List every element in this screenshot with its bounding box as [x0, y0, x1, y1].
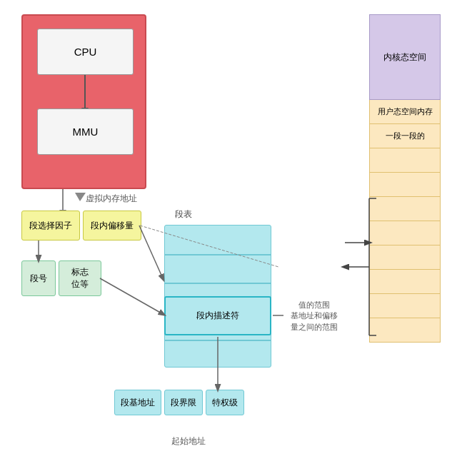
seg-selector-label: 段选择因子: [29, 220, 72, 232]
seg-descriptor-label: 段内描述符: [196, 310, 239, 322]
mem-cell-4: [369, 148, 441, 173]
range-label: 值的范围 基地址和偏移 量之间的范围: [286, 300, 343, 333]
seg-num-label: 段号: [30, 273, 47, 285]
arrow-selector-to-segtable: [139, 226, 163, 278]
seg-selector-box: 段选择因子: [21, 211, 80, 240]
mem-cell-10: [369, 294, 441, 318]
mem-kernel-label: 内核态空间: [383, 51, 426, 64]
mmu-box: MMU: [37, 108, 134, 155]
seg-flags-box: 标志 位等: [59, 260, 101, 296]
arrow-mmu-down: [62, 189, 64, 211]
seg-num-flags-row: 段号 标志 位等: [21, 260, 101, 296]
mem-kernel-block: 内核态空间: [369, 14, 441, 100]
mem-cell-6: [369, 197, 441, 221]
mmu-label: MMU: [73, 126, 99, 138]
seg-privilege-label: 特权级: [212, 397, 238, 409]
seg-flags-label: 标志 位等: [71, 266, 89, 290]
seg-base-box: 段基地址: [114, 390, 161, 415]
seg-num-box: 段号: [21, 260, 56, 296]
seg-privilege-box: 特权级: [206, 390, 244, 415]
memory-area: 内核态空间 用户态空间内存 一段一段的: [369, 14, 441, 343]
seg-limit-label: 段界限: [171, 397, 196, 409]
mem-segment-block: 一段一段的: [369, 124, 441, 148]
start-addr-label: 起始地址: [171, 435, 206, 447]
arrow-cpu-to-mmu: [84, 75, 86, 108]
mem-segment-label: 一段一段的: [386, 131, 425, 141]
seg-offset-box: 段内偏移量: [83, 211, 141, 240]
mem-cell-5: [369, 173, 441, 197]
seg-table-line-2: [165, 283, 271, 284]
mem-user-label: 用户态空间内存: [378, 106, 433, 117]
seg-table-label: 段表: [175, 208, 192, 221]
seg-limit-box: 段界限: [164, 390, 203, 415]
mem-cell-9: [369, 270, 441, 294]
seg-table-line-4: [165, 340, 271, 341]
diagram: CPU MMU 虚拟内存地址 段选择因子 段内偏移量 段号 标志 位等 段表: [0, 0, 462, 476]
virtual-addr-label: 虚拟内存地址: [86, 193, 137, 205]
arrow-segnum-to-segtable: [100, 278, 163, 314]
mem-cell-8: [369, 245, 441, 270]
cpu-label: CPU: [74, 46, 97, 58]
mem-cell-11: [369, 318, 441, 343]
seg-base-label: 段基地址: [121, 397, 155, 409]
mem-cell-7: [369, 221, 441, 245]
bottom-boxes: 段基地址 段界限 特权级: [114, 390, 244, 415]
seg-table-line-1: [165, 254, 271, 255]
cpu-mmu-container: CPU MMU: [21, 14, 146, 189]
cpu-box: CPU: [37, 29, 134, 75]
seg-descriptor-box: 段内描述符: [164, 296, 271, 335]
virtual-addr-arrow: [75, 193, 86, 201]
seg-row: 段选择因子 段内偏移量: [21, 211, 141, 240]
seg-offset-label: 段内偏移量: [91, 220, 134, 232]
mem-user-block: 用户态空间内存: [369, 100, 441, 124]
